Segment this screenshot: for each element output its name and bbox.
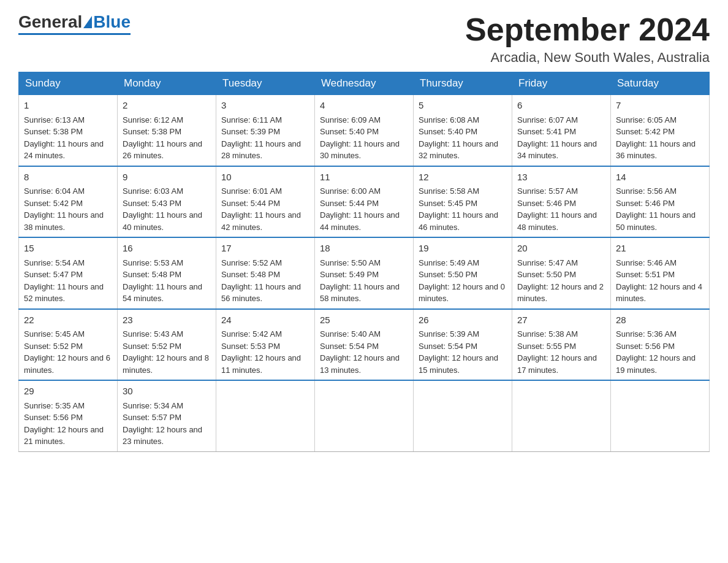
calendar-cell <box>512 380 611 451</box>
day-of-week-header: Friday <box>512 72 611 95</box>
logo-general-text: General <box>18 12 82 32</box>
day-number: 25 <box>320 313 408 327</box>
calendar-cell: 16Sunrise: 5:53 AMSunset: 5:48 PMDayligh… <box>118 237 216 309</box>
calendar-cell: 21Sunrise: 5:46 AMSunset: 5:51 PMDayligh… <box>611 237 710 309</box>
page-header: General Blue September 2024 Arcadia, New… <box>18 12 710 66</box>
day-number: 23 <box>123 313 211 327</box>
day-of-week-header: Tuesday <box>216 72 315 95</box>
calendar-cell: 15Sunrise: 5:54 AMSunset: 5:47 PMDayligh… <box>19 237 118 309</box>
day-number: 20 <box>517 242 605 256</box>
calendar-cell: 7Sunrise: 6:05 AMSunset: 5:42 PMDaylight… <box>611 95 710 166</box>
day-number: 8 <box>24 170 112 185</box>
day-number: 30 <box>123 385 211 399</box>
calendar-cell <box>414 380 512 451</box>
day-number: 13 <box>517 170 605 185</box>
calendar-cell: 14Sunrise: 5:56 AMSunset: 5:46 PMDayligh… <box>611 166 710 238</box>
day-number: 28 <box>616 313 704 327</box>
calendar-week-row: 1Sunrise: 6:13 AMSunset: 5:38 PMDaylight… <box>19 95 710 166</box>
day-number: 24 <box>221 313 309 327</box>
day-of-week-header: Saturday <box>611 72 710 95</box>
day-number: 4 <box>320 99 408 113</box>
calendar-week-row: 15Sunrise: 5:54 AMSunset: 5:47 PMDayligh… <box>19 237 710 309</box>
calendar-cell <box>315 380 414 451</box>
calendar-cell <box>611 380 710 451</box>
calendar-week-row: 22Sunrise: 5:45 AMSunset: 5:52 PMDayligh… <box>19 309 710 381</box>
calendar-cell: 13Sunrise: 5:57 AMSunset: 5:46 PMDayligh… <box>512 166 611 238</box>
calendar-cell: 23Sunrise: 5:43 AMSunset: 5:52 PMDayligh… <box>118 309 216 381</box>
day-number: 10 <box>221 170 309 185</box>
day-of-week-header: Thursday <box>414 72 512 95</box>
logo-triangle-icon <box>83 16 92 28</box>
day-number: 14 <box>616 170 704 185</box>
calendar-cell <box>216 380 315 451</box>
day-number: 15 <box>24 242 112 256</box>
location-subtitle: Arcadia, New South Wales, Australia <box>465 50 710 66</box>
day-number: 12 <box>419 170 507 185</box>
day-number: 7 <box>616 99 704 113</box>
logo-blue-text: Blue <box>93 12 131 32</box>
calendar-cell: 6Sunrise: 6:07 AMSunset: 5:41 PMDaylight… <box>512 95 611 166</box>
calendar-cell: 10Sunrise: 6:01 AMSunset: 5:44 PMDayligh… <box>216 166 315 238</box>
calendar-cell: 11Sunrise: 6:00 AMSunset: 5:44 PMDayligh… <box>315 166 414 238</box>
day-of-week-header: Monday <box>118 72 216 95</box>
calendar-cell: 28Sunrise: 5:36 AMSunset: 5:56 PMDayligh… <box>611 309 710 381</box>
day-number: 9 <box>123 170 211 185</box>
day-number: 11 <box>320 170 408 185</box>
day-number: 21 <box>616 242 704 256</box>
calendar-cell: 27Sunrise: 5:38 AMSunset: 5:55 PMDayligh… <box>512 309 611 381</box>
day-number: 2 <box>123 99 211 113</box>
day-number: 17 <box>221 242 309 256</box>
calendar-cell: 24Sunrise: 5:42 AMSunset: 5:53 PMDayligh… <box>216 309 315 381</box>
calendar-cell: 22Sunrise: 5:45 AMSunset: 5:52 PMDayligh… <box>19 309 118 381</box>
calendar-week-row: 8Sunrise: 6:04 AMSunset: 5:42 PMDaylight… <box>19 166 710 238</box>
calendar-cell: 3Sunrise: 6:11 AMSunset: 5:39 PMDaylight… <box>216 95 315 166</box>
calendar-header-row: SundayMondayTuesdayWednesdayThursdayFrid… <box>19 72 710 95</box>
day-number: 19 <box>419 242 507 256</box>
day-number: 5 <box>419 99 507 113</box>
title-section: September 2024 Arcadia, New South Wales,… <box>465 12 710 66</box>
calendar-cell: 29Sunrise: 5:35 AMSunset: 5:56 PMDayligh… <box>19 380 118 451</box>
calendar-table: SundayMondayTuesdayWednesdayThursdayFrid… <box>18 72 710 452</box>
calendar-cell: 9Sunrise: 6:03 AMSunset: 5:43 PMDaylight… <box>118 166 216 238</box>
calendar-cell: 12Sunrise: 5:58 AMSunset: 5:45 PMDayligh… <box>414 166 512 238</box>
calendar-cell: 25Sunrise: 5:40 AMSunset: 5:54 PMDayligh… <box>315 309 414 381</box>
logo-underline <box>18 33 131 35</box>
calendar-week-row: 29Sunrise: 5:35 AMSunset: 5:56 PMDayligh… <box>19 380 710 451</box>
calendar-cell: 8Sunrise: 6:04 AMSunset: 5:42 PMDaylight… <box>19 166 118 238</box>
day-number: 27 <box>517 313 605 327</box>
day-number: 3 <box>221 99 309 113</box>
day-number: 16 <box>123 242 211 256</box>
calendar-cell: 2Sunrise: 6:12 AMSunset: 5:38 PMDaylight… <box>118 95 216 166</box>
calendar-cell: 26Sunrise: 5:39 AMSunset: 5:54 PMDayligh… <box>414 309 512 381</box>
calendar-cell: 18Sunrise: 5:50 AMSunset: 5:49 PMDayligh… <box>315 237 414 309</box>
calendar-cell: 19Sunrise: 5:49 AMSunset: 5:50 PMDayligh… <box>414 237 512 309</box>
day-number: 26 <box>419 313 507 327</box>
day-number: 6 <box>517 99 605 113</box>
calendar-cell: 4Sunrise: 6:09 AMSunset: 5:40 PMDaylight… <box>315 95 414 166</box>
day-number: 18 <box>320 242 408 256</box>
day-number: 1 <box>24 99 112 113</box>
day-number: 29 <box>24 385 112 399</box>
calendar-cell: 5Sunrise: 6:08 AMSunset: 5:40 PMDaylight… <box>414 95 512 166</box>
day-of-week-header: Sunday <box>19 72 118 95</box>
logo: General Blue <box>18 12 131 35</box>
calendar-cell: 30Sunrise: 5:34 AMSunset: 5:57 PMDayligh… <box>118 380 216 451</box>
calendar-cell: 20Sunrise: 5:47 AMSunset: 5:50 PMDayligh… <box>512 237 611 309</box>
month-title: September 2024 <box>465 12 710 47</box>
day-of-week-header: Wednesday <box>315 72 414 95</box>
day-number: 22 <box>24 313 112 327</box>
calendar-cell: 17Sunrise: 5:52 AMSunset: 5:48 PMDayligh… <box>216 237 315 309</box>
calendar-cell: 1Sunrise: 6:13 AMSunset: 5:38 PMDaylight… <box>19 95 118 166</box>
